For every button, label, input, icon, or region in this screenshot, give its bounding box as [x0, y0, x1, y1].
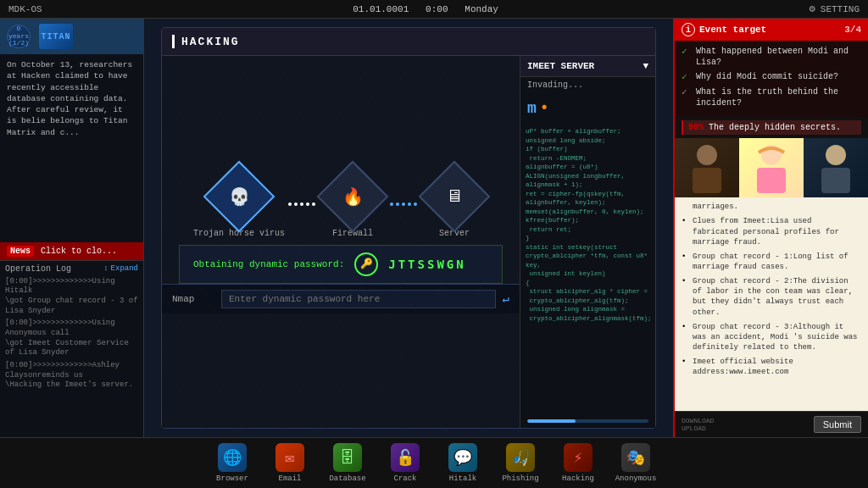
- hitalk-label: Hitalk: [449, 474, 476, 483]
- dot: [312, 202, 315, 206]
- dot: [390, 202, 393, 206]
- browser-icon: 🌐: [218, 443, 247, 472]
- char2-avatar: [739, 138, 804, 197]
- event-title: Event target: [699, 25, 766, 35]
- code-area: uP* buffer + alignbuffer; unsigned long …: [520, 124, 655, 416]
- main-layout: 0 years(1/2) TITAN On October 13, resear…: [0, 19, 868, 437]
- modal-title: HACKING: [181, 36, 240, 48]
- crack-label: Crack: [393, 474, 416, 483]
- taskbar-item-crack[interactable]: 🔓 Crack: [383, 443, 427, 483]
- settings-label[interactable]: SETTING: [821, 4, 860, 14]
- left-panel: 0 years(1/2) TITAN On October 13, resear…: [0, 19, 144, 437]
- event-header-left: i Event target: [682, 23, 766, 36]
- clue-5: • Imeet official website address:www.ime…: [682, 357, 861, 377]
- progress-container: [520, 416, 655, 428]
- invading-label: Invading...: [520, 77, 655, 93]
- character-1: [675, 138, 739, 197]
- character-strip: [675, 138, 868, 197]
- center-panel: HACKING 💀 Trojan horse virus: [144, 19, 673, 437]
- dot: [288, 202, 292, 206]
- top-bar-left: MDK-OS: [8, 4, 42, 14]
- check-item-3: ✓ What is the truth behind the incident?: [682, 86, 861, 108]
- connector-2: [387, 202, 420, 206]
- taskbar-item-hacking[interactable]: ⚡ Hacking: [556, 443, 600, 483]
- dot: [396, 202, 399, 206]
- node-diamond-server[interactable]: 🖥: [419, 160, 491, 232]
- node-trojan: 💀 Trojan horse virus: [193, 171, 285, 238]
- skull-icon: 💀: [229, 186, 250, 207]
- event-count: 3/4: [844, 25, 861, 35]
- taskbar-item-browser[interactable]: 🌐 Browser: [210, 443, 254, 483]
- highlight-pct: 90%: [688, 123, 704, 132]
- taskbar-item-database[interactable]: 🗄 Database: [326, 443, 370, 483]
- anonymous-label: Anonymous: [615, 474, 657, 483]
- server-icon: 🖥: [446, 186, 463, 207]
- check-item-1: ✓ What happened between Modi and Lisa?: [682, 46, 861, 68]
- article-text: On October 13, researchers at Hacken cla…: [0, 54, 143, 242]
- taskbar-item-hitalk[interactable]: 💬 Hitalk: [441, 443, 485, 483]
- op-log-header: Operation Log ↕ Expand: [5, 264, 138, 274]
- node-server: 🖥 Server: [420, 171, 488, 238]
- svg-rect-5: [821, 168, 850, 193]
- hacking-modal: HACKING 💀 Trojan horse virus: [161, 27, 656, 429]
- phishing-icon: 🎣: [506, 443, 535, 472]
- database-icon: 🗄: [333, 443, 362, 472]
- node-firewall: 🔥 Firewall: [319, 171, 387, 238]
- clue-4: • Group chat record - 3:Although it was …: [682, 322, 861, 352]
- far-right-panel: i Event target 3/4 ✓ What happened betwe…: [673, 19, 868, 437]
- imeet-logo: m•: [520, 93, 655, 124]
- dot: [414, 202, 417, 206]
- imeet-header: IMEET SERVER ▼: [520, 56, 655, 77]
- phishing-label: Phishing: [502, 474, 538, 483]
- os-label: MDK-OS: [8, 4, 42, 14]
- header-bar: [172, 35, 175, 48]
- dot: [294, 202, 298, 206]
- news-bar[interactable]: News Click to clo...: [0, 242, 143, 260]
- taskbar-item-anonymous[interactable]: 🎭 Anonymous: [614, 443, 658, 483]
- svg-point-4: [826, 145, 846, 165]
- check-text-1: What happened between Modi and Lisa?: [696, 46, 861, 68]
- op-log-title: Operation Log: [5, 264, 71, 274]
- email-label: Email: [278, 474, 301, 483]
- password-value: JTTSSWGN: [388, 258, 465, 271]
- news-text: Click to clo...: [41, 247, 117, 256]
- anonymous-icon: 🎭: [621, 443, 650, 472]
- taskbar-item-email[interactable]: ✉ Email: [268, 443, 312, 483]
- check-item-2: ✓ Why did Modi commit suicide?: [682, 71, 861, 83]
- expand-button[interactable]: ↕ Expand: [103, 264, 138, 273]
- dot: [306, 202, 309, 206]
- node-diamond-firewall[interactable]: 🔥: [317, 160, 389, 232]
- top-bar-right: ⚙ SETTING: [810, 3, 860, 15]
- dot: [300, 202, 303, 206]
- highlight-row: 90% The deeply hidden secrets.: [682, 120, 861, 135]
- bg-hex: [162, 56, 520, 428]
- modal-header: HACKING: [162, 28, 655, 56]
- top-bar: MDK-OS 01.01.0001 0:00 Monday ⚙ SETTING: [0, 0, 868, 19]
- hacking-label: Hacking: [562, 474, 594, 483]
- company-logo: TITAN: [39, 24, 73, 49]
- imeet-title: IMEET SERVER: [527, 61, 594, 71]
- node-diamond-trojan[interactable]: 💀: [203, 160, 275, 232]
- browser-label: Browser: [216, 474, 248, 483]
- left-panel-header: 0 years(1/2) TITAN: [0, 19, 143, 54]
- check-text-2: Why did Modi commit suicide?: [696, 71, 838, 82]
- database-label: Database: [329, 474, 365, 483]
- clues-section: marriages. • Clues from Imeet:Lisa used …: [675, 197, 868, 411]
- check-text-3: What is the truth behind the incident?: [696, 86, 861, 108]
- nodes-row: 💀 Trojan horse virus: [193, 171, 488, 238]
- taskbar-item-phishing[interactable]: 🎣 Phishing: [498, 443, 542, 483]
- hacking-icon: ⚡: [564, 443, 593, 472]
- progress-bar: [527, 419, 648, 423]
- fire-icon: 🔥: [342, 186, 364, 207]
- log-entry: [0:00]>>>>>>>>>>>>>Using Anonymous call …: [5, 319, 138, 358]
- submit-button[interactable]: Submit: [814, 416, 861, 433]
- progress-fill: [527, 419, 576, 423]
- character-3: [804, 138, 868, 197]
- svg-rect-1: [693, 168, 721, 193]
- gear-icon: ⚙: [810, 3, 815, 15]
- checklist: ✓ What happened between Modi and Lisa? ✓…: [675, 41, 868, 117]
- password-icon: 🔑: [354, 252, 378, 276]
- clue-0: marriages.: [682, 202, 861, 212]
- clue-3: • Group chat record - 2:The division of …: [682, 276, 861, 318]
- password-row: Obtaining dynamic password: 🔑 JTTSSWGN: [179, 245, 503, 284]
